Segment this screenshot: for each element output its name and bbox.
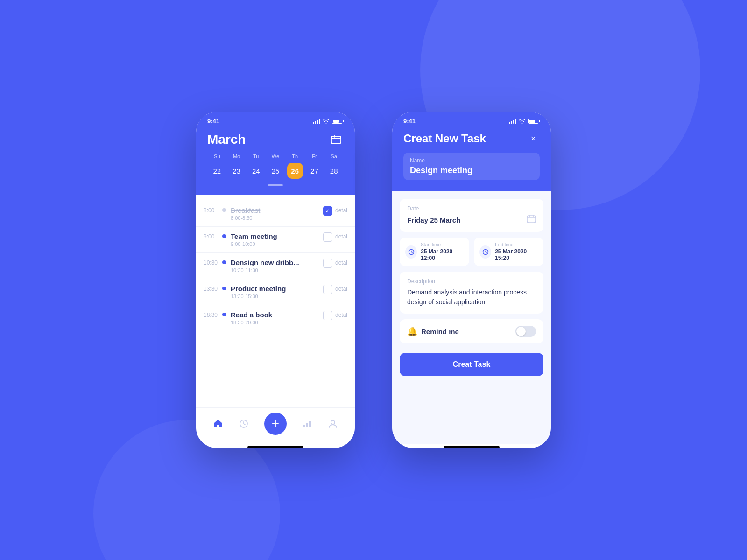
task-dot-breakfast [222, 208, 226, 212]
status-time-1: 9:41 [207, 118, 219, 125]
date-28[interactable]: 28 [324, 163, 344, 179]
day-tu: Tu [246, 154, 266, 159]
desc-text: Demand analysis and interaction process … [407, 287, 536, 307]
svg-rect-5 [303, 425, 305, 427]
task-form-header: Creat New Task × Name Design meeting [392, 128, 551, 191]
task-dot-design [222, 260, 226, 264]
task-item-product: 13:30 Product meeting 13:30-15:30 detal [196, 281, 355, 303]
task-content-breakfast: Breakfast 8:00-8:30 [231, 206, 320, 221]
task-checkbox-product[interactable] [323, 285, 332, 294]
status-bar-1: 9:41 [196, 112, 355, 128]
task-item-design: 10:30 Densign new dribb... 10:30-11:30 d… [196, 255, 355, 277]
task-item-book: 18:30 Read a book 18:30-20:00 detal [196, 307, 355, 329]
task-time-design: 10:30 [204, 259, 220, 266]
signal-icon-2 [509, 119, 517, 124]
status-bar-2: 9:41 [392, 112, 551, 128]
task-content-book: Read a book 18:30-20:00 [231, 311, 320, 325]
task-checkbox-breakfast[interactable] [323, 206, 332, 216]
nav-chart-icon[interactable] [302, 419, 312, 429]
svg-rect-9 [527, 216, 536, 223]
task-dot-book [222, 313, 226, 316]
wifi-icon [323, 119, 330, 124]
description-card[interactable]: Description Demand analysis and interact… [400, 272, 543, 314]
nav-profile-icon[interactable] [328, 419, 338, 429]
nav-clock-icon[interactable] [239, 419, 249, 429]
task-content-product: Product meeting 13:30-15:30 [231, 285, 320, 299]
status-icons-2 [509, 119, 540, 124]
date-label: Date [407, 205, 536, 212]
task-content-team: Team meeting 9:00-10:00 [231, 232, 320, 247]
battery-icon-2 [528, 119, 540, 124]
date-card[interactable]: Date Friday 25 March [400, 199, 543, 232]
date-27[interactable]: 27 [305, 163, 324, 179]
start-time-card[interactable]: Start time 25 Mar 2020 12:00 [400, 238, 469, 266]
svg-point-8 [331, 420, 335, 424]
date-26-active[interactable]: 26 [287, 163, 303, 179]
signal-icon [313, 119, 321, 124]
remind-label: Remind me [421, 328, 459, 336]
task-item-team-meeting: 9:00 Team meeting 9:00-10:00 detal [196, 229, 355, 251]
scroll-indicator [207, 184, 344, 188]
start-time-content: Start time 25 Mar 2020 12:00 [421, 242, 464, 261]
task-detail-product[interactable]: detal [335, 285, 347, 292]
name-field-label: Name [410, 157, 533, 164]
task-name-value: Design meeting [410, 166, 533, 175]
date-22[interactable]: 22 [207, 163, 227, 179]
task-checkbox-team[interactable] [323, 232, 332, 242]
task-name-product: Product meeting [231, 285, 320, 293]
start-time-value: 25 Mar 2020 12:00 [421, 248, 464, 261]
day-mo: Mo [227, 154, 247, 159]
remind-toggle[interactable] [515, 326, 536, 337]
remind-card: 🔔 Remind me [400, 319, 543, 343]
status-icons-1 [313, 119, 344, 124]
desc-label: Description [407, 278, 536, 285]
status-time-2: 9:41 [403, 118, 416, 125]
end-time-value: 25 Mar 2020 15:20 [495, 248, 538, 261]
task-range-book: 18:30-20:00 [231, 320, 320, 325]
task-name-breakfast: Breakfast [231, 206, 320, 214]
task-detail-team[interactable]: detal [335, 232, 347, 240]
close-button[interactable]: × [527, 132, 540, 145]
task-checkbox-book[interactable] [323, 311, 332, 320]
day-th: Th [285, 154, 305, 159]
task-time-book: 18:30 [204, 311, 220, 318]
task-name-design: Densign new dribb... [231, 259, 320, 266]
battery-icon [332, 119, 344, 124]
end-time-card[interactable]: End time 25 Mar 2020 15:20 [474, 238, 543, 266]
toggle-knob [516, 327, 526, 336]
task-detail-breakfast[interactable]: detal [335, 206, 347, 214]
date-25[interactable]: 25 [266, 163, 285, 179]
task-time-team: 9:00 [204, 232, 220, 240]
date-24[interactable]: 24 [246, 163, 266, 179]
date-23[interactable]: 23 [227, 163, 247, 179]
bell-icon: 🔔 [407, 326, 417, 336]
task-checkbox-design[interactable] [323, 259, 332, 268]
create-task-button[interactable]: Creat Task [400, 353, 543, 376]
day-fr: Fr [305, 154, 324, 159]
close-icon: × [531, 134, 536, 144]
wifi-icon-2 [519, 119, 526, 124]
date-calendar-icon [527, 215, 536, 225]
task-range-team: 9:00-10:00 [231, 241, 320, 247]
nav-add-button[interactable]: + [264, 413, 287, 435]
date-value: Friday 25 March [407, 216, 460, 224]
task-time-product: 13:30 [204, 285, 220, 292]
start-time-clock-icon [405, 245, 417, 259]
task-form-title: Creat New Task [403, 132, 486, 145]
task-detail-design[interactable]: detal [335, 259, 347, 266]
task-time-breakfast: 8:00 [204, 206, 220, 214]
task-dot-product [222, 287, 226, 290]
task-name-team: Team meeting [231, 232, 320, 240]
date-value-row: Friday 25 March [407, 215, 536, 225]
svg-rect-7 [309, 421, 311, 427]
task-name-input-section[interactable]: Name Design meeting [403, 153, 540, 180]
task-item-breakfast: 8:00 Breakfast 8:00-8:30 detal [196, 203, 355, 224]
task-detail-book[interactable]: detal [335, 311, 347, 318]
nav-home-icon[interactable] [213, 419, 223, 429]
task-content-design: Densign new dribb... 10:30-11:30 [231, 259, 320, 273]
time-cards-row: Start time 25 Mar 2020 12:00 End time 25… [400, 238, 543, 266]
day-su: Su [207, 154, 227, 159]
task-range-design: 10:30-11:30 [231, 267, 320, 273]
calendar-nav-icon[interactable] [329, 132, 344, 147]
day-sa: Sa [324, 154, 344, 159]
